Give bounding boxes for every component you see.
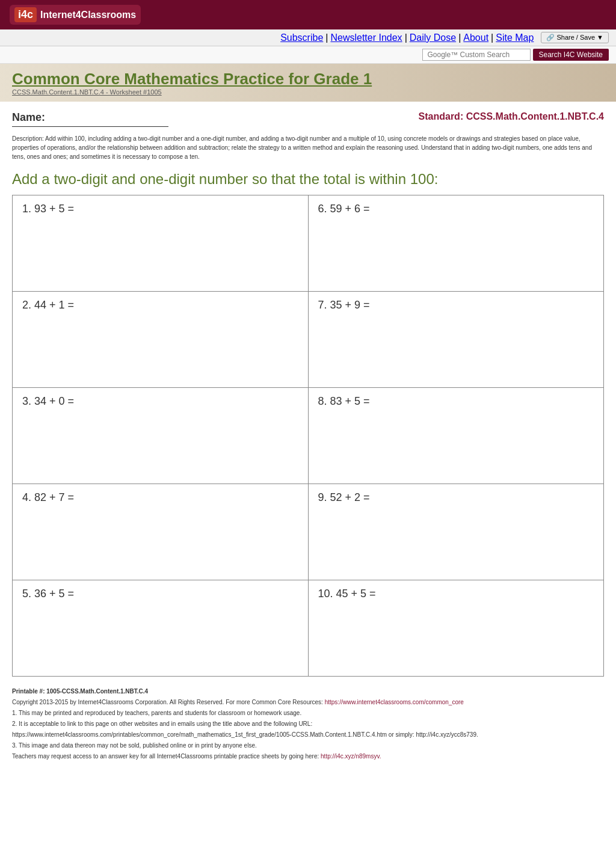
table-row: 2. 44 + 1 = 7. 35 + 9 = [13,292,604,388]
logo-box: i4c Internet4Classrooms [10,5,141,25]
problem-9-text: 9. 52 + 2 = [318,491,370,503]
search-input[interactable] [422,49,531,61]
problem-3-text: 3. 34 + 0 = [22,395,74,407]
footer: Printable #: 1005-CCSS.Math.Content.1.NB… [12,686,604,762]
description-text: Description: Add within 100, including a… [12,134,604,161]
problem-6: 6. 59 + 6 = [308,195,604,292]
standard-label: Standard: CCSS.Math.Content.1.NBT.C.4 [419,111,604,122]
nav-daily-dose[interactable]: Daily Dose [410,32,456,43]
name-underline [12,126,168,127]
footer-note1: 1. This may be printed and reproduced by… [12,708,604,719]
copyright-line: Copyright 2013-2015 by Internet4Classroo… [12,697,604,708]
problem-5-text: 5. 36 + 5 = [22,588,74,600]
problem-3: 3. 34 + 0 = [13,388,309,484]
problem-10: 10. 45 + 5 = [308,580,604,677]
problem-7: 7. 35 + 9 = [308,292,604,388]
table-row: 3. 34 + 0 = 8. 83 + 5 = [13,388,604,484]
table-row: 5. 36 + 5 = 10. 45 + 5 = [13,580,604,677]
name-field-group: Name: [12,111,168,127]
problem-10-text: 10. 45 + 5 = [318,588,376,600]
copyright-link[interactable]: https://www.internet4classrooms.com/comm… [325,699,464,705]
top-nav-bar: Subscribe | Newsletter Index | Daily Dos… [0,29,616,46]
problem-8: 8. 83 + 5 = [308,388,604,484]
problem-7-text: 7. 35 + 9 = [318,299,370,311]
footer-note3: 3. This image and data thereon may not b… [12,740,604,751]
nav-subscribe[interactable]: Subscribe [280,32,323,43]
logo-i4c-badge: i4c [14,7,37,22]
problem-5: 5. 36 + 5 = [13,580,309,677]
worksheet-title: Add a two-digit and one-digit number so … [12,171,604,188]
footer-note2: 2. It is acceptable to link to this page… [12,719,604,729]
banner: Common Core Mathematics Practice for Gra… [0,64,616,102]
problem-4: 4. 82 + 7 = [13,484,309,580]
problem-2: 2. 44 + 1 = [13,292,309,388]
problem-9: 9. 52 + 2 = [308,484,604,580]
header: i4c Internet4Classrooms [0,0,616,29]
printable-number: Printable #: 1005-CCSS.Math.Content.1.NB… [12,686,604,697]
standard-box: Standard: CCSS.Math.Content.1.NBT.C.4 [419,111,604,122]
logo-text: Internet4Classrooms [40,10,136,20]
table-row: 4. 82 + 7 = 9. 52 + 2 = [13,484,604,580]
banner-subtitle[interactable]: CCSS.Math.Content.1.NBT.C.4 - Worksheet … [12,88,604,96]
footer-url: https://www.internet4classrooms.com/prin… [12,729,604,740]
problem-2-text: 2. 44 + 1 = [22,299,74,311]
footer-note4: Teachers may request access to an answer… [12,751,604,762]
answer-key-link[interactable]: http://i4c.xyz/n89msyv. [321,753,381,760]
problem-1-text: 1. 93 + 5 = [22,203,74,215]
problems-table: 1. 93 + 5 = 6. 59 + 6 = 2. 44 + 1 = 7. 3… [12,195,604,677]
banner-title: Common Core Mathematics Practice for Gra… [12,70,604,88]
problem-6-text: 6. 59 + 6 = [318,203,370,215]
table-row: 1. 93 + 5 = 6. 59 + 6 = [13,195,604,292]
search-button[interactable]: Search I4C Website [533,49,609,61]
nav-newsletter[interactable]: Newsletter Index [330,32,402,43]
share-save-button[interactable]: 🔗 Share / Save ▼ [541,32,609,43]
problem-1: 1. 93 + 5 = [13,195,309,292]
name-label: Name: [12,111,168,124]
nav-site-map[interactable]: Site Map [496,32,534,43]
problem-4-text: 4. 82 + 7 = [22,491,74,503]
name-standard-row: Name: Standard: CCSS.Math.Content.1.NBT.… [12,111,604,127]
main-content: Name: Standard: CCSS.Math.Content.1.NBT.… [0,102,616,772]
problem-8-text: 8. 83 + 5 = [318,395,370,407]
nav-about[interactable]: About [463,32,488,43]
